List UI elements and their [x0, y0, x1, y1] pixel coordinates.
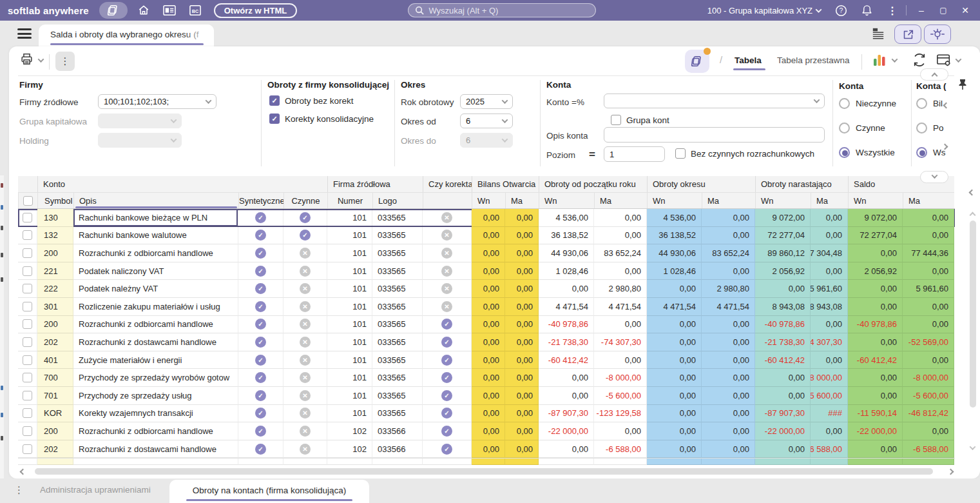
radio-pozabilansowe[interactable]: Po [916, 123, 944, 133]
view-tab-tabela[interactable]: Tabela [735, 55, 762, 65]
radio-bilansowe[interactable]: Bil [916, 98, 943, 109]
column-header-wn[interactable]: Wn [472, 192, 505, 208]
table-row[interactable]: 700Przychody ze sprzedaży wyrobów gotow✓… [18, 369, 955, 387]
table-row[interactable]: 301Rozliczenie zakupu materiałów i usług… [18, 298, 955, 316]
kebab-menu-icon[interactable]: ⋮ [883, 2, 902, 19]
panel-list-icon[interactable] [871, 27, 885, 40]
scroll-down-icon[interactable] [970, 444, 976, 450]
table-row[interactable]: 200Rozrachunki z odbiorcami handlowe✓✕10… [18, 422, 955, 440]
scroll-up-icon[interactable] [970, 212, 976, 219]
bottom-tab-administracja[interactable]: Administracja uprawnieniami [40, 485, 151, 495]
table-row[interactable]: 701Przychody ze sprzedaży usług✓✕1010335… [18, 387, 955, 405]
radio-nieczynne[interactable]: Nieczynne [839, 98, 896, 109]
table-row[interactable]: 202Rozrachunki z dostawcami handlowe✓✕10… [18, 440, 955, 459]
column-header-symbol[interactable]: Symbol [37, 192, 73, 208]
table-row[interactable]: 200Rozrachunki z odbiorcami handlowe✓✕10… [18, 244, 955, 262]
poziom-operator[interactable]: = [589, 148, 595, 161]
print-icon[interactable] [19, 52, 34, 66]
row-checkbox[interactable] [23, 302, 32, 311]
row-checkbox[interactable] [23, 284, 32, 293]
poziom-input[interactable] [604, 146, 665, 162]
column-header-ma[interactable]: Ma [702, 192, 755, 208]
more-actions-button[interactable]: ⋮ [55, 52, 75, 71]
horizontal-scrollbar-thumb[interactable] [35, 468, 933, 475]
view-tab-tabela-przestawna[interactable]: Tabela przestawna [777, 55, 850, 65]
okres-od-select[interactable]: 6 [460, 113, 513, 128]
radio-wszystkie[interactable]: Wszystkie [839, 147, 895, 158]
vertical-scrollbar[interactable] [968, 212, 978, 451]
row-checkbox[interactable] [23, 408, 32, 418]
table-row[interactable]: KORKorekty wzajemnych transakcji✓✕101033… [18, 405, 955, 423]
radio-czynne[interactable]: Czynne [839, 123, 885, 133]
row-checkbox[interactable] [23, 355, 32, 365]
table-row[interactable]: 200Rozrachunki z odbiorcami handlowe✓✕10… [18, 316, 955, 334]
column-header-czynne[interactable]: Czynne [283, 192, 327, 208]
row-checkbox[interactable] [23, 319, 32, 329]
row-checkbox[interactable] [23, 248, 32, 258]
row-checkbox[interactable] [23, 230, 32, 240]
column-header-wn[interactable]: Wn [848, 192, 903, 208]
table-row[interactable]: 401Zużycie materiałów i energii✓✕1010335… [18, 351, 955, 370]
table-row[interactable]: 132Rachunki bankowe walutowe✓✓101033565✕… [18, 227, 955, 245]
hamburger-menu-icon[interactable] [17, 28, 32, 39]
home-icon[interactable] [134, 2, 153, 19]
pin-icon[interactable] [958, 79, 967, 90]
maximize-button[interactable]: ▢ [932, 6, 954, 15]
horizontal-scrollbar[interactable] [30, 467, 945, 476]
chart-icon[interactable] [872, 53, 887, 67]
column-header-numer[interactable]: Numer [327, 192, 372, 208]
expand-filters-button[interactable] [920, 171, 948, 183]
theme-lightbulb-button[interactable] [924, 25, 951, 44]
column-header-logo[interactable]: Logo [372, 192, 423, 208]
column-header-ma[interactable]: Ma [505, 192, 539, 208]
column-header-syntetyczne[interactable]: Syntetyczne [238, 192, 283, 208]
column-header-wn[interactable]: Wn [755, 192, 811, 208]
refresh-icon[interactable] [912, 53, 927, 67]
table-row[interactable]: 221Podatek naliczony VAT✓✕101033565✕0,00… [18, 262, 955, 281]
konto-select[interactable] [604, 94, 825, 108]
bez-czynnych-checkbox[interactable]: Bez czynnych rozrachunkowych [675, 148, 814, 159]
card-icon[interactable] [160, 2, 179, 19]
opis-konta-input[interactable] [604, 127, 825, 143]
company-selector[interactable]: 100 - Grupa kapitałowa XYZ [707, 6, 812, 15]
stack-icon[interactable] [99, 2, 128, 19]
row-checkbox[interactable] [23, 373, 32, 382]
close-button[interactable]: ✕ [954, 5, 976, 15]
bell-icon[interactable] [857, 2, 876, 19]
bottom-kebab-icon[interactable]: ⋮ [14, 484, 24, 496]
table-settings-icon[interactable] [936, 54, 952, 67]
korekty-konsolidacyjne-checkbox[interactable]: ✓Korekty konsolidacyjne [269, 113, 374, 124]
obroty-bez-korekt-checkbox[interactable]: ✓Obroty bez korekt [269, 95, 354, 106]
row-checkbox[interactable] [23, 391, 32, 400]
grupa-kont-checkbox[interactable]: Grupa kont [611, 115, 669, 125]
open-in-html-button[interactable]: Otwórz w HTML [214, 3, 298, 18]
radio-typ-wszystkie[interactable]: Ws [916, 147, 946, 158]
row-checkbox[interactable] [23, 213, 32, 222]
share-button[interactable] [894, 25, 921, 44]
table-row[interactable]: 222Podatek należny VAT✓✕101033565✕0,000,… [18, 280, 955, 298]
column-header-wn[interactable]: Wn [647, 192, 702, 208]
column-header-wn[interactable]: Wn [539, 192, 594, 208]
vertical-scrollbar-thumb[interactable] [970, 221, 976, 408]
collapse-filters-button[interactable] [920, 68, 948, 81]
help-icon[interactable]: ? [831, 2, 850, 19]
row-checkbox[interactable] [23, 444, 32, 454]
table-row[interactable]: 130Rachunki bankowe bieżące w PLN✓✓10103… [18, 209, 955, 227]
select-all-checkbox[interactable] [23, 196, 33, 206]
bc-icon[interactable]: BC [186, 2, 205, 19]
column-header-opis[interactable]: Opis [73, 192, 238, 208]
column-header-ma[interactable]: Ma [811, 192, 848, 208]
row-checkbox[interactable] [23, 426, 32, 436]
row-checkbox[interactable] [23, 337, 32, 347]
minimize-button[interactable]: – [910, 5, 932, 15]
row-checkbox[interactable] [23, 266, 32, 276]
search-box[interactable] [408, 3, 596, 17]
table-row[interactable]: 202Rozrachunki z dostawcami handlowe✓✕10… [18, 333, 955, 351]
firmy-zrodlowe-select[interactable]: 100;101;102;103; [98, 94, 216, 109]
bottom-tab-obroty-na-kontach[interactable]: Obroty na kontach (firma konsolidująca) [169, 480, 369, 503]
tab-salda-i-obroty[interactable]: Salda i obroty dla wybranego okresu (f [39, 25, 214, 46]
rok-obrotowy-select[interactable]: 2025 [460, 94, 513, 109]
column-header-ma[interactable]: Ma [903, 192, 954, 208]
search-input[interactable] [428, 6, 589, 15]
chevron-down-icon[interactable] [816, 6, 822, 13]
